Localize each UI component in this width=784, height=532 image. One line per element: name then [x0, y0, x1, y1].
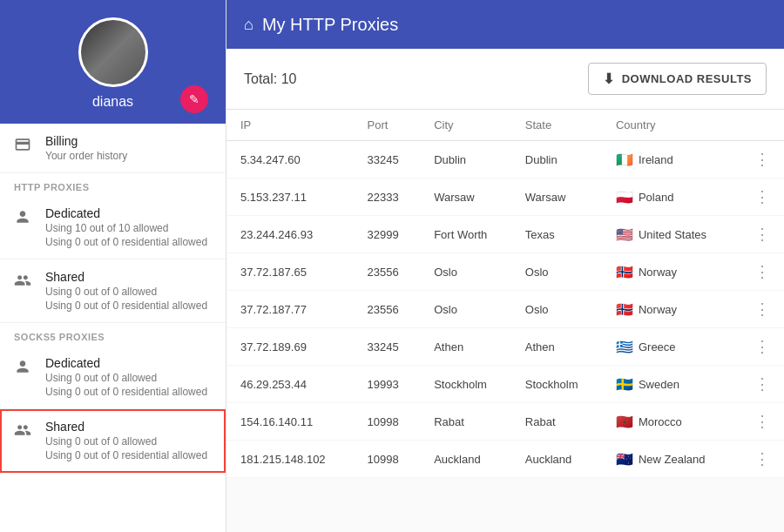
- country-name: United States: [639, 228, 706, 241]
- cell-actions: ⋮: [735, 253, 784, 291]
- flag-emoji: 🇺🇸: [616, 226, 633, 243]
- table-row: 37.72.187.77 23556 Oslo Oslo 🇳🇴 Norway ⋮: [226, 291, 784, 328]
- col-actions: [735, 110, 784, 141]
- http-shared-icon: [14, 272, 35, 293]
- flag-emoji: 🇸🇪: [616, 376, 633, 393]
- country-name: Ireland: [639, 153, 673, 166]
- cell-city: Auckland: [420, 441, 511, 478]
- socks5-dedicated-line2: Using 0 out of 0 residential allowed: [45, 386, 207, 398]
- cell-country: 🇸🇪 Sweden: [602, 366, 735, 403]
- cell-state: Oslo: [511, 291, 602, 328]
- cell-country: 🇲🇦 Morocco: [602, 403, 735, 441]
- country-name: Norway: [639, 266, 677, 279]
- cell-ip: 37.72.189.69: [226, 328, 354, 366]
- main-content: ⌂ My HTTP Proxies Total: 10 ⬇ DOWNLOAD R…: [226, 0, 784, 532]
- table-row: 5.34.247.60 33245 Dublin Dublin 🇮🇪 Irela…: [226, 141, 784, 178]
- profile-username: dianas: [92, 94, 133, 110]
- country-flag: 🇵🇱 Poland: [616, 189, 673, 205]
- socks5-shared-line2: Using 0 out of 0 residential allowed: [45, 449, 207, 461]
- cell-actions: ⋮: [735, 328, 784, 366]
- col-country: Country: [602, 110, 735, 141]
- cell-actions: ⋮: [735, 403, 784, 441]
- country-flag: 🇮🇪 Ireland: [616, 152, 673, 168]
- http-shared-line1: Using 0 out of 0 allowed: [45, 286, 207, 298]
- home-icon[interactable]: ⌂: [244, 16, 253, 34]
- cell-port: 10998: [354, 403, 421, 441]
- row-menu-button[interactable]: ⋮: [754, 413, 770, 430]
- cell-actions: ⋮: [735, 366, 784, 403]
- cell-city: Warsaw: [420, 178, 511, 216]
- cell-actions: ⋮: [735, 141, 784, 178]
- table-row: 181.215.148.102 10998 Auckland Auckland …: [226, 441, 784, 478]
- table-header: IP Port City State Country: [226, 110, 784, 141]
- cell-country: 🇺🇸 United States: [602, 216, 735, 253]
- country-flag: 🇺🇸 United States: [616, 226, 706, 243]
- edit-profile-button[interactable]: ✎: [180, 85, 208, 113]
- socks5-dedicated-title: Dedicated: [45, 356, 207, 370]
- cell-city: Oslo: [420, 253, 511, 291]
- page-title: My HTTP Proxies: [262, 15, 398, 35]
- cell-country: 🇳🇿 New Zealand: [602, 441, 735, 478]
- topbar: ⌂ My HTTP Proxies: [226, 0, 784, 49]
- cell-port: 32999: [354, 216, 421, 253]
- country-flag: 🇸🇪 Sweden: [616, 376, 679, 393]
- http-shared-title: Shared: [45, 270, 207, 284]
- content-area: Total: 10 ⬇ DOWNLOAD RESULTS IP Port Cit…: [226, 49, 784, 532]
- download-results-button[interactable]: ⬇ DOWNLOAD RESULTS: [588, 63, 767, 95]
- table-row: 37.72.187.65 23556 Oslo Oslo 🇳🇴 Norway ⋮: [226, 253, 784, 291]
- row-menu-button[interactable]: ⋮: [754, 188, 770, 205]
- socks5-dedicated-line1: Using 0 out of 0 allowed: [45, 372, 207, 384]
- cell-ip: 23.244.246.93: [226, 216, 354, 253]
- row-menu-button[interactable]: ⋮: [754, 375, 770, 393]
- cell-port: 23556: [354, 253, 421, 291]
- sidebar-item-socks5-shared[interactable]: Shared Using 0 out of 0 allowed Using 0 …: [0, 409, 226, 473]
- sidebar: dianas ✎ Billing Your order history HTTP…: [0, 0, 226, 532]
- row-menu-button[interactable]: ⋮: [754, 226, 770, 243]
- http-dedicated-icon: [14, 208, 35, 230]
- flag-emoji: 🇳🇿: [616, 451, 633, 468]
- cell-ip: 46.29.253.44: [226, 366, 354, 403]
- country-flag: 🇳🇴 Norway: [616, 264, 677, 280]
- section-label-socks5: SOCKS5 Proxies: [0, 323, 226, 346]
- country-name: Norway: [639, 303, 677, 316]
- sidebar-item-billing[interactable]: Billing Your order history: [0, 124, 226, 173]
- cell-port: 10998: [354, 441, 421, 478]
- socks5-shared-title: Shared: [45, 420, 207, 434]
- cell-state: Oslo: [511, 253, 602, 291]
- cell-state: Warsaw: [511, 178, 602, 216]
- sidebar-item-http-dedicated[interactable]: Dedicated Using 10 out of 10 allowed Usi…: [0, 196, 226, 259]
- cell-port: 19993: [354, 366, 421, 403]
- cell-city: Stockholm: [420, 366, 511, 403]
- cell-ip: 37.72.187.77: [226, 291, 354, 328]
- table-body: 5.34.247.60 33245 Dublin Dublin 🇮🇪 Irela…: [226, 141, 784, 478]
- row-menu-button[interactable]: ⋮: [754, 263, 770, 280]
- sidebar-profile: dianas ✎: [0, 0, 226, 124]
- sidebar-item-http-shared[interactable]: Shared Using 0 out of 0 allowed Using 0 …: [0, 259, 226, 323]
- country-flag: 🇳🇴 Norway: [616, 301, 677, 318]
- flag-emoji: 🇵🇱: [616, 189, 633, 205]
- row-menu-button[interactable]: ⋮: [754, 151, 770, 168]
- cell-actions: ⋮: [735, 441, 784, 478]
- flag-emoji: 🇮🇪: [616, 152, 633, 168]
- cell-actions: ⋮: [735, 291, 784, 328]
- col-city: City: [420, 110, 511, 141]
- country-name: New Zealand: [639, 453, 706, 466]
- table-row: 154.16.140.11 10998 Rabat Rabat 🇲🇦 Moroc…: [226, 403, 784, 441]
- total-count-label: Total: 10: [244, 71, 296, 87]
- table-row: 5.153.237.11 22333 Warsaw Warsaw 🇵🇱 Pola…: [226, 178, 784, 216]
- cell-state: Auckland: [511, 441, 602, 478]
- http-dedicated-line2: Using 0 out of 0 residential allowed: [45, 236, 207, 248]
- section-label-http: HTTP Proxies: [0, 173, 226, 196]
- row-menu-button[interactable]: ⋮: [754, 450, 770, 468]
- http-dedicated-line1: Using 10 out of 10 allowed: [45, 222, 207, 234]
- flag-emoji: 🇳🇴: [616, 301, 633, 318]
- row-menu-button[interactable]: ⋮: [754, 300, 770, 318]
- cell-port: 33245: [354, 141, 421, 178]
- socks5-dedicated-icon: [14, 358, 35, 380]
- country-name: Morocco: [639, 415, 682, 428]
- col-port: Port: [354, 110, 421, 141]
- sidebar-item-socks5-dedicated[interactable]: Dedicated Using 0 out of 0 allowed Using…: [0, 346, 226, 409]
- billing-subtitle: Your order history: [45, 150, 127, 162]
- row-menu-button[interactable]: ⋮: [754, 338, 770, 355]
- billing-icon: [14, 136, 35, 158]
